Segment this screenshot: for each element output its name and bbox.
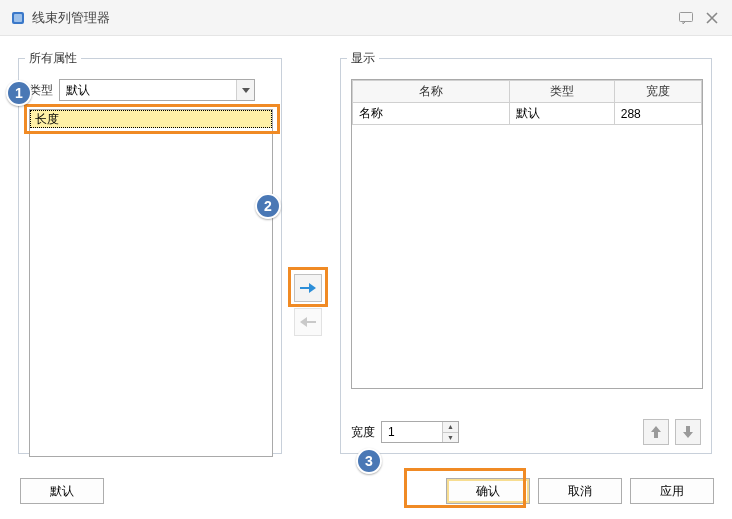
cell-name: 名称 (353, 103, 510, 125)
width-row: 宽度 1 ▲ ▼ (351, 421, 459, 443)
add-arrow-button[interactable] (294, 274, 322, 302)
display-group: 显示 名称 类型 宽度 名称 默认 288 (340, 50, 712, 454)
svg-rect-2 (680, 12, 693, 21)
app-icon (10, 10, 26, 26)
cancel-button[interactable]: 取消 (538, 478, 622, 504)
spinner-up-icon[interactable]: ▲ (443, 422, 458, 433)
default-button-label: 默认 (50, 483, 74, 500)
all-properties-group: 所有属性 类型 默认 长度 (18, 50, 282, 454)
table-row[interactable]: 名称 默认 288 (353, 103, 702, 125)
cancel-button-label: 取消 (568, 483, 592, 500)
ok-button[interactable]: 确认 (446, 478, 530, 504)
svg-rect-1 (14, 14, 22, 22)
remove-arrow-button[interactable] (294, 308, 322, 336)
properties-listbox[interactable]: 长度 (29, 109, 273, 457)
all-properties-legend: 所有属性 (25, 50, 81, 67)
move-down-button[interactable] (675, 419, 701, 445)
reorder-buttons (643, 419, 701, 445)
callout-3: 3 (356, 448, 382, 474)
display-table[interactable]: 名称 类型 宽度 名称 默认 288 (352, 80, 702, 125)
footer-right: 确认 取消 应用 (446, 478, 714, 504)
window-title: 线束列管理器 (32, 9, 110, 27)
chevron-down-icon (236, 80, 254, 100)
width-label: 宽度 (351, 424, 375, 441)
feedback-icon[interactable] (676, 10, 696, 26)
cell-width: 288 (614, 103, 701, 125)
close-icon[interactable] (702, 10, 722, 26)
display-legend: 显示 (347, 50, 379, 67)
type-combobox-value: 默认 (66, 82, 90, 99)
callout-1: 1 (6, 80, 32, 106)
list-item[interactable]: 长度 (30, 110, 272, 128)
display-table-wrap: 名称 类型 宽度 名称 默认 288 (351, 79, 703, 389)
move-up-button[interactable] (643, 419, 669, 445)
col-header-type[interactable]: 类型 (510, 81, 615, 103)
width-spinner[interactable]: 1 ▲ ▼ (381, 421, 459, 443)
spinner-buttons: ▲ ▼ (442, 422, 458, 442)
list-item-label: 长度 (35, 111, 59, 128)
footer-left: 默认 (20, 478, 104, 504)
apply-button-label: 应用 (660, 483, 684, 500)
default-button[interactable]: 默认 (20, 478, 104, 504)
apply-button[interactable]: 应用 (630, 478, 714, 504)
spinner-down-icon[interactable]: ▼ (443, 433, 458, 443)
callout-2: 2 (255, 193, 281, 219)
type-row: 类型 默认 (29, 79, 255, 101)
type-label: 类型 (29, 82, 53, 99)
ok-button-label: 确认 (476, 483, 500, 500)
col-header-width[interactable]: 宽度 (614, 81, 701, 103)
title-bar: 线束列管理器 (0, 0, 732, 36)
type-combobox[interactable]: 默认 (59, 79, 255, 101)
width-spinner-value: 1 (388, 425, 395, 439)
col-header-name[interactable]: 名称 (353, 81, 510, 103)
cell-type: 默认 (510, 103, 615, 125)
